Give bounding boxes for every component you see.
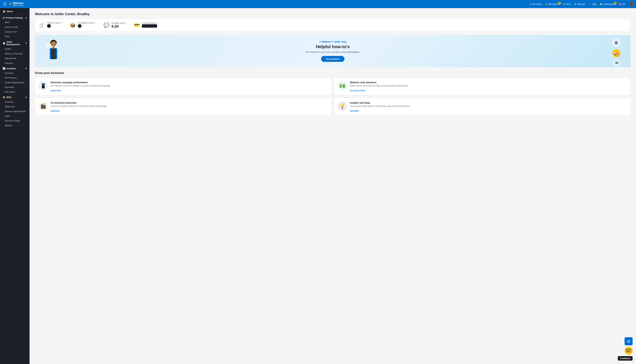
chevron-down-icon-3: ▾: [26, 67, 27, 70]
sidebar-item-adjustments[interactable]: Adjustments: [0, 56, 30, 61]
info-icon-1[interactable]: ⓘ: [95, 22, 97, 24]
svg-rect-2: [51, 41, 56, 42]
order-management-icon: 📋: [3, 42, 6, 44]
analytics-items: Overview Performance Growth Opportunitie…: [0, 71, 30, 94]
bell-icon: 🔔: [600, 3, 602, 6]
sidebar-item-orders[interactable]: Orders: [0, 47, 30, 52]
brand-text: Walmart Seller Center: [13, 2, 24, 6]
feedback-button[interactable]: Feedback: [618, 356, 633, 361]
card-ondemand-desc: Access our Seller Academy on Youtube for…: [51, 105, 328, 108]
sidebar-item-shipments[interactable]: Shipments: [0, 104, 30, 109]
card-cash-advances: 💵 Walmart cash advances Easily receive f…: [334, 78, 631, 95]
card-ondemand-body: On-demand instruction Access our Seller …: [51, 102, 328, 112]
stat-unshipped-value: [78, 24, 97, 29]
stats-row: 🛒 Today's Orders ⓘ 📦 Unshipped Orders: [35, 19, 630, 32]
info-icon-0[interactable]: ⓘ: [61, 22, 63, 24]
chevron-down-icon-2: ▾: [26, 42, 27, 44]
wfs-items: Inventory Shipments Delivery Appointment…: [0, 100, 30, 128]
svg-text:?: ?: [47, 44, 49, 46]
top-nav: ☰ ✦ Walmart Seller Center ✦ Ad Center ⚡ …: [0, 0, 636, 8]
sidebar-item-sales[interactable]: Sales: [0, 114, 30, 118]
us-label: US: [622, 3, 625, 6]
ad-center-link[interactable]: ✦ Ad Center: [529, 3, 542, 6]
settings-icon: ⚙: [574, 3, 576, 6]
nav-right: ✦ Ad Center ⚡ Biz Mentor 1 ✉ Inbox ⚙ Set…: [529, 2, 633, 6]
banner-brand-label: ✦ Walmart ✦ Seller Help: [305, 40, 360, 43]
home-label: Home: [7, 10, 13, 13]
ad-center-label: Ad Center: [532, 3, 542, 6]
notifications-badge: 11: [614, 2, 616, 4]
biz-mentor-label: Biz Mentor: [549, 3, 559, 6]
settings-link[interactable]: ⚙ Settings: [574, 3, 585, 6]
associate-illustration: ?: [45, 38, 62, 65]
stat-todays-content: Today's Orders ⓘ: [47, 22, 63, 29]
sidebar-item-returns-refunds[interactable]: Returns & Refunds: [0, 52, 30, 56]
card-icon-insights: 💡: [338, 102, 347, 111]
quick-help-circle[interactable]: QUICKHELP: [624, 347, 633, 355]
get-guidance-button[interactable]: Get guidance: [321, 56, 344, 62]
analytics-label: Analytics: [7, 67, 16, 70]
analytics-icon: 📊: [3, 67, 6, 70]
inbox-label: Inbox: [565, 3, 571, 6]
order-management-items: Orders Returns & Refunds Adjustments Dis…: [0, 47, 30, 66]
card-ondemand-title: On-demand instruction: [51, 102, 328, 104]
biz-mentor-icon: ⚡: [545, 3, 548, 6]
stat-todays-label: Today's Orders ⓘ: [47, 22, 63, 24]
sidebar-item-reports[interactable]: Reports: [0, 123, 30, 128]
card-cash-title: Walmart cash advances: [350, 81, 627, 84]
ondemand-icon: 🎬: [40, 103, 46, 109]
user-avatar[interactable]: [628, 2, 633, 6]
sidebar-home[interactable]: 🏠 Home: [0, 8, 30, 15]
notifications-label: Notifications: [603, 3, 615, 6]
cards-grid: 📱 Maximize campaign performance Join Wal…: [35, 78, 630, 116]
card-ondemand-link[interactable]: Subscribe: [51, 110, 60, 112]
banner-figure-left: ?: [45, 38, 62, 67]
card-cash-desc: Easily receive funds that can help you s…: [350, 84, 627, 87]
inbox-link[interactable]: ✉ Inbox: [563, 3, 571, 6]
help-icon: ❓: [588, 3, 591, 6]
grow-section: Grow your business 📱 Maximize campaign p…: [35, 71, 630, 116]
svg-rect-7: [52, 46, 55, 48]
hamburger-icon[interactable]: ☰: [3, 1, 7, 7]
layout: 🏠 Home 🏷 Product Catalog ▾ Items Items o…: [0, 8, 636, 364]
notifications-link[interactable]: 🔔 Notifications 11: [600, 3, 615, 6]
banner-icon-truck: 🚚: [612, 49, 620, 57]
sidebar-item-payments[interactable]: Payments: [0, 85, 30, 90]
info-icon-3[interactable]: ⓘ: [157, 22, 159, 24]
card-cash-link[interactable]: See how it works: [350, 89, 365, 92]
banner-content: ✦ Walmart ✦ Seller Help Helpful how-to's…: [305, 40, 360, 62]
sidebar-section-wfs[interactable]: 📦 WFS ▾: [0, 94, 30, 100]
sidebar-item-performance[interactable]: Performance: [0, 76, 30, 80]
card-campaign-link[interactable]: Learn more: [51, 89, 61, 92]
inbox-icon: ✉: [563, 3, 565, 6]
sidebar-item-delivery-appointments[interactable]: Delivery Appointments: [0, 109, 30, 114]
sidebar-section-order-management[interactable]: 📋 Order Management ▾: [0, 39, 30, 47]
us-link[interactable]: 🇺🇸 US: [619, 3, 625, 6]
sidebar-item-items[interactable]: Items: [0, 20, 30, 25]
grid-button[interactable]: ⊞: [624, 337, 633, 345]
sidebar-item-overview[interactable]: Overview: [0, 71, 30, 76]
sidebar-item-file-center[interactable]: File Center: [0, 90, 30, 94]
help-link[interactable]: ❓ Help: [588, 3, 596, 6]
sidebar-item-removal-orders[interactable]: Removal Orders: [0, 118, 30, 123]
card-insights-link[interactable]: Sell better: [350, 110, 359, 112]
sidebar-section-analytics[interactable]: 📊 Analytics ▾: [0, 66, 30, 71]
sidebar-item-activity-feed[interactable]: Activity Feed: [0, 30, 30, 34]
stat-current-balance: 💳 Current Balance ⓘ: [134, 22, 159, 29]
product-catalog-items: Items Items on Hold Activity Feed Price: [0, 20, 30, 39]
sidebar-section-product-catalog[interactable]: 🏷 Product Catalog ▾: [0, 15, 30, 20]
card-insights-body: Insights and ideas Your success starts w…: [350, 102, 627, 112]
sidebar: 🏠 Home 🏷 Product Catalog ▾ Items Items o…: [0, 8, 30, 364]
stat-unshipped-content: Unshipped Orders ⓘ: [78, 22, 97, 29]
sidebar-item-price[interactable]: Price: [0, 34, 30, 39]
sidebar-item-items-on-hold[interactable]: Items on Hold: [0, 25, 30, 30]
svg-point-3: [50, 42, 52, 43]
sidebar-item-inventory[interactable]: Inventory: [0, 100, 30, 104]
info-icon-2[interactable]: ⓘ: [125, 22, 127, 24]
card-campaign-title: Maximize campaign performance: [51, 81, 328, 84]
card-icon-cash: 💵: [338, 81, 347, 90]
sidebar-item-growth-opportunities[interactable]: Growth Opportunities: [0, 80, 30, 85]
order-management-label: Order Management: [7, 40, 26, 46]
biz-mentor-link[interactable]: ⚡ Biz Mentor 1: [545, 3, 559, 6]
sidebar-item-disputes[interactable]: Disputes: [0, 61, 30, 66]
